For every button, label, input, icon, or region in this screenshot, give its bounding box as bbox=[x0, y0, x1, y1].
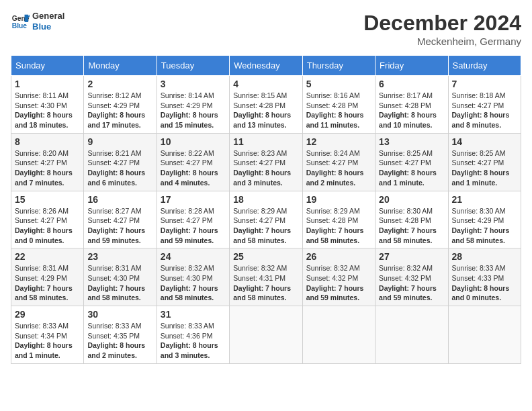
day-number: 7 bbox=[452, 79, 517, 89]
calendar-cell: 31Sunrise: 8:33 AMSunset: 4:36 PMDayligh… bbox=[157, 306, 229, 364]
day-number: 4 bbox=[233, 79, 298, 89]
day-number: 20 bbox=[379, 194, 444, 205]
calendar-cell: 7Sunrise: 8:18 AMSunset: 4:27 PMDaylight… bbox=[448, 76, 521, 134]
calendar-week-row: 8Sunrise: 8:20 AMSunset: 4:27 PMDaylight… bbox=[11, 133, 521, 191]
calendar-cell: 3Sunrise: 8:14 AMSunset: 4:29 PMDaylight… bbox=[157, 76, 229, 134]
day-info: Sunrise: 8:33 AMSunset: 4:36 PMDaylight:… bbox=[161, 321, 226, 361]
day-number: 23 bbox=[87, 251, 152, 262]
day-info: Sunrise: 8:24 AMSunset: 4:27 PMDaylight:… bbox=[306, 148, 371, 188]
day-number: 16 bbox=[87, 194, 152, 205]
header-sunday: Sunday bbox=[11, 56, 84, 76]
header-wednesday: Wednesday bbox=[230, 56, 302, 76]
header-tuesday: Tuesday bbox=[157, 56, 229, 76]
calendar-cell: 16Sunrise: 8:27 AMSunset: 4:27 PMDayligh… bbox=[84, 191, 157, 248]
calendar-cell: 18Sunrise: 8:29 AMSunset: 4:27 PMDayligh… bbox=[230, 191, 302, 248]
logo-line2: Blue bbox=[32, 21, 64, 32]
day-number: 12 bbox=[306, 136, 371, 147]
calendar-cell: 20Sunrise: 8:30 AMSunset: 4:28 PMDayligh… bbox=[375, 191, 448, 248]
day-number: 28 bbox=[452, 251, 517, 262]
calendar-cell: 27Sunrise: 8:32 AMSunset: 4:32 PMDayligh… bbox=[375, 248, 448, 306]
logo: General Blue General Blue bbox=[11, 11, 64, 32]
day-number: 26 bbox=[306, 251, 371, 262]
month-year-title: December 2024 bbox=[363, 11, 521, 36]
calendar-cell: 9Sunrise: 8:21 AMSunset: 4:27 PMDaylight… bbox=[84, 133, 157, 191]
day-info: Sunrise: 8:22 AMSunset: 4:27 PMDaylight:… bbox=[161, 148, 226, 188]
day-info: Sunrise: 8:32 AMSunset: 4:31 PMDaylight:… bbox=[233, 263, 298, 303]
calendar-cell: 22Sunrise: 8:31 AMSunset: 4:29 PMDayligh… bbox=[11, 248, 84, 306]
day-number: 18 bbox=[233, 194, 298, 205]
calendar-header-row: SundayMondayTuesdayWednesdayThursdayFrid… bbox=[11, 56, 521, 76]
day-number: 21 bbox=[452, 194, 517, 205]
day-info: Sunrise: 8:31 AMSunset: 4:30 PMDaylight:… bbox=[87, 263, 152, 303]
day-info: Sunrise: 8:21 AMSunset: 4:27 PMDaylight:… bbox=[87, 148, 152, 188]
day-number: 29 bbox=[15, 309, 80, 320]
day-number: 11 bbox=[233, 136, 298, 147]
day-info: Sunrise: 8:29 AMSunset: 4:28 PMDaylight:… bbox=[306, 206, 371, 246]
calendar-cell: 5Sunrise: 8:16 AMSunset: 4:28 PMDaylight… bbox=[302, 76, 375, 134]
day-info: Sunrise: 8:14 AMSunset: 4:29 PMDaylight:… bbox=[161, 91, 226, 130]
day-number: 5 bbox=[306, 79, 371, 89]
calendar-week-row: 15Sunrise: 8:26 AMSunset: 4:27 PMDayligh… bbox=[11, 191, 521, 248]
calendar-cell: 28Sunrise: 8:33 AMSunset: 4:33 PMDayligh… bbox=[448, 248, 521, 306]
location-subtitle: Meckenheim, Germany bbox=[363, 36, 521, 47]
calendar-cell bbox=[375, 306, 448, 364]
day-info: Sunrise: 8:11 AMSunset: 4:30 PMDaylight:… bbox=[15, 91, 80, 130]
day-info: Sunrise: 8:33 AMSunset: 4:34 PMDaylight:… bbox=[15, 321, 80, 361]
day-number: 1 bbox=[15, 79, 80, 89]
day-info: Sunrise: 8:30 AMSunset: 4:29 PMDaylight:… bbox=[452, 206, 517, 246]
logo-icon: General Blue bbox=[11, 12, 30, 31]
day-info: Sunrise: 8:32 AMSunset: 4:32 PMDaylight:… bbox=[306, 263, 371, 303]
day-number: 27 bbox=[379, 251, 444, 262]
day-info: Sunrise: 8:32 AMSunset: 4:32 PMDaylight:… bbox=[379, 263, 444, 303]
header-saturday: Saturday bbox=[448, 56, 521, 76]
day-number: 3 bbox=[161, 79, 226, 89]
calendar-week-row: 29Sunrise: 8:33 AMSunset: 4:34 PMDayligh… bbox=[11, 306, 521, 364]
day-info: Sunrise: 8:27 AMSunset: 4:27 PMDaylight:… bbox=[87, 206, 152, 246]
day-number: 2 bbox=[87, 79, 152, 89]
calendar-cell: 19Sunrise: 8:29 AMSunset: 4:28 PMDayligh… bbox=[302, 191, 375, 248]
svg-marker-2 bbox=[25, 14, 29, 21]
calendar-cell: 17Sunrise: 8:28 AMSunset: 4:27 PMDayligh… bbox=[157, 191, 229, 248]
day-info: Sunrise: 8:25 AMSunset: 4:27 PMDaylight:… bbox=[452, 148, 517, 188]
calendar-cell: 23Sunrise: 8:31 AMSunset: 4:30 PMDayligh… bbox=[84, 248, 157, 306]
day-info: Sunrise: 8:28 AMSunset: 4:27 PMDaylight:… bbox=[161, 206, 226, 246]
day-info: Sunrise: 8:16 AMSunset: 4:28 PMDaylight:… bbox=[306, 91, 371, 130]
day-number: 22 bbox=[15, 251, 80, 262]
calendar-cell: 10Sunrise: 8:22 AMSunset: 4:27 PMDayligh… bbox=[157, 133, 229, 191]
calendar-cell: 14Sunrise: 8:25 AMSunset: 4:27 PMDayligh… bbox=[448, 133, 521, 191]
day-info: Sunrise: 8:31 AMSunset: 4:29 PMDaylight:… bbox=[15, 263, 80, 303]
day-number: 8 bbox=[15, 136, 80, 147]
day-number: 14 bbox=[452, 136, 517, 147]
day-info: Sunrise: 8:33 AMSunset: 4:33 PMDaylight:… bbox=[452, 263, 517, 303]
calendar-week-row: 22Sunrise: 8:31 AMSunset: 4:29 PMDayligh… bbox=[11, 248, 521, 306]
calendar-cell: 4Sunrise: 8:15 AMSunset: 4:28 PMDaylight… bbox=[230, 76, 302, 134]
svg-text:Blue: Blue bbox=[12, 22, 28, 30]
day-number: 19 bbox=[306, 194, 371, 205]
calendar-cell: 1Sunrise: 8:11 AMSunset: 4:30 PMDaylight… bbox=[11, 76, 84, 134]
day-info: Sunrise: 8:26 AMSunset: 4:27 PMDaylight:… bbox=[15, 206, 80, 246]
logo-line1: General bbox=[32, 11, 64, 21]
calendar-cell: 2Sunrise: 8:12 AMSunset: 4:29 PMDaylight… bbox=[84, 76, 157, 134]
day-number: 10 bbox=[161, 136, 226, 147]
header-friday: Friday bbox=[375, 56, 448, 76]
calendar-cell: 13Sunrise: 8:25 AMSunset: 4:27 PMDayligh… bbox=[375, 133, 448, 191]
day-number: 30 bbox=[87, 309, 152, 320]
day-number: 15 bbox=[15, 194, 80, 205]
day-number: 9 bbox=[87, 136, 152, 147]
calendar-cell: 15Sunrise: 8:26 AMSunset: 4:27 PMDayligh… bbox=[11, 191, 84, 248]
calendar-cell: 29Sunrise: 8:33 AMSunset: 4:34 PMDayligh… bbox=[11, 306, 84, 364]
page-header: General Blue General Blue December 2024 … bbox=[11, 11, 521, 47]
day-number: 31 bbox=[161, 309, 226, 320]
day-number: 6 bbox=[379, 79, 444, 89]
calendar-cell: 24Sunrise: 8:32 AMSunset: 4:30 PMDayligh… bbox=[157, 248, 229, 306]
day-number: 24 bbox=[161, 251, 226, 262]
calendar-cell: 12Sunrise: 8:24 AMSunset: 4:27 PMDayligh… bbox=[302, 133, 375, 191]
day-number: 17 bbox=[161, 194, 226, 205]
calendar-cell bbox=[448, 306, 521, 364]
title-section: December 2024 Meckenheim, Germany bbox=[363, 11, 521, 47]
day-info: Sunrise: 8:29 AMSunset: 4:27 PMDaylight:… bbox=[233, 206, 298, 246]
calendar-cell: 25Sunrise: 8:32 AMSunset: 4:31 PMDayligh… bbox=[230, 248, 302, 306]
calendar-cell bbox=[302, 306, 375, 364]
day-info: Sunrise: 8:17 AMSunset: 4:28 PMDaylight:… bbox=[379, 91, 444, 130]
calendar-table: SundayMondayTuesdayWednesdayThursdayFrid… bbox=[11, 55, 521, 364]
